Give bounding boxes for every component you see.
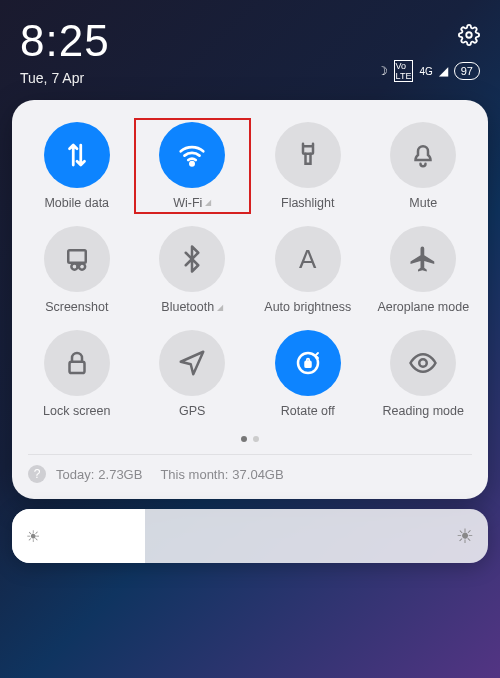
tile-reading-mode[interactable]: Reading mode: [369, 330, 479, 418]
tile-flashlight[interactable]: Flashlight: [253, 122, 363, 210]
svg-point-1: [191, 162, 194, 165]
auto-brightness-icon: A: [275, 226, 341, 292]
tile-lock-screen[interactable]: Lock screen: [22, 330, 132, 418]
rotate-lock-icon: [275, 330, 341, 396]
screenshot-icon: [44, 226, 110, 292]
network-type: 4G: [419, 66, 432, 77]
page-dot-2: [253, 436, 259, 442]
page-dot-1: [241, 436, 247, 442]
tile-wifi[interactable]: Wi-Fi◢: [134, 118, 252, 214]
svg-point-9: [420, 359, 428, 367]
wifi-icon: [159, 122, 225, 188]
signal-icon: ◢: [439, 64, 448, 78]
settings-icon[interactable]: [458, 24, 480, 50]
svg-rect-6: [69, 362, 84, 373]
tile-gps[interactable]: GPS: [138, 330, 248, 418]
bt-signal-icon: ◢: [217, 303, 223, 312]
tile-mobile-data[interactable]: Mobile data: [22, 122, 132, 210]
page-indicator: [22, 430, 478, 452]
tile-bluetooth[interactable]: Bluetooth◢: [138, 226, 248, 314]
usage-month-value: 37.04GB: [232, 467, 283, 482]
flashlight-icon: [275, 122, 341, 188]
mobile-data-icon: [44, 122, 110, 188]
quick-settings-panel: Mobile data Wi-Fi◢ Flashlight Mute Scree: [12, 100, 488, 499]
data-usage-row[interactable]: ? Today: 2.73GB This month: 37.04GB: [22, 463, 478, 489]
tiles-grid: Mobile data Wi-Fi◢ Flashlight Mute Scree: [22, 116, 478, 430]
tile-aeroplane-mode[interactable]: Aeroplane mode: [369, 226, 479, 314]
tile-auto-brightness[interactable]: A Auto brightness: [253, 226, 363, 314]
location-icon: [159, 330, 225, 396]
dnd-icon: ☽: [377, 64, 388, 78]
divider: [28, 454, 472, 455]
time: 8:25: [20, 16, 110, 66]
info-icon: ?: [28, 465, 46, 483]
svg-rect-8: [305, 362, 310, 367]
clock: 8:25 Tue, 7 Apr: [20, 16, 110, 86]
brightness-low-icon: ☀: [26, 527, 40, 546]
status-bar: 8:25 Tue, 7 Apr ☽ VoLTE 4G ◢ 97: [0, 0, 500, 96]
brightness-slider[interactable]: ☀ ☀: [12, 509, 488, 563]
bluetooth-icon: [159, 226, 225, 292]
eye-icon: [390, 330, 456, 396]
airplane-icon: [390, 226, 456, 292]
tile-screenshot[interactable]: Screenshot: [22, 226, 132, 314]
usage-today-value: 2.73GB: [98, 467, 142, 482]
battery-level: 97: [454, 62, 480, 80]
wifi-signal-icon: ◢: [205, 198, 211, 207]
date: Tue, 7 Apr: [20, 70, 110, 86]
usage-month-label: This month:: [160, 467, 228, 482]
volte-icon: VoLTE: [394, 60, 414, 82]
brightness-high-icon: ☀: [456, 524, 474, 548]
svg-rect-3: [68, 250, 86, 263]
bell-icon: [390, 122, 456, 188]
status-icons: ☽ VoLTE 4G ◢ 97: [377, 60, 480, 82]
usage-today-label: Today:: [56, 467, 94, 482]
tile-rotate[interactable]: Rotate off: [253, 330, 363, 418]
svg-point-0: [466, 32, 472, 38]
svg-rect-2: [303, 146, 313, 154]
lock-icon: [44, 330, 110, 396]
tile-mute[interactable]: Mute: [369, 122, 479, 210]
